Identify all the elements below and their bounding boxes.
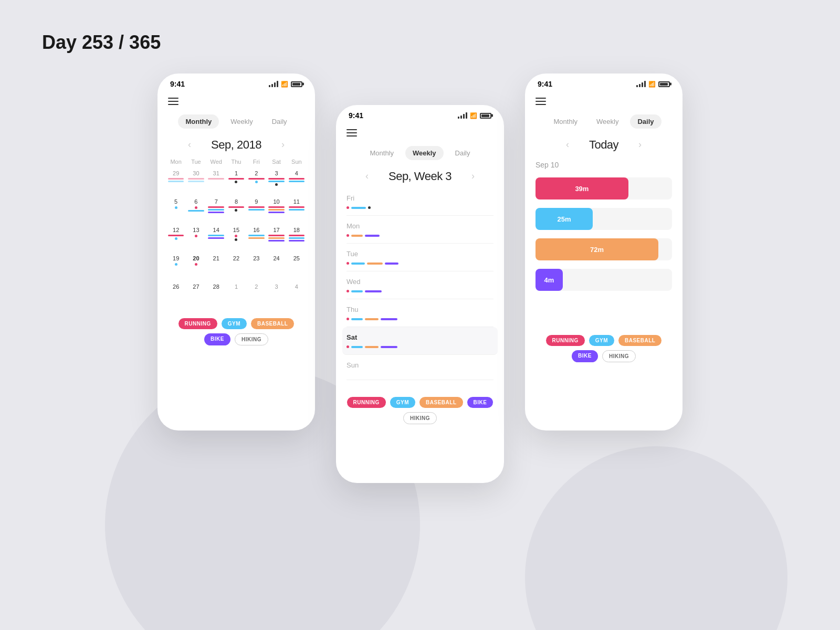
legend-hiking-right: HIKING bbox=[602, 350, 636, 362]
legend-baseball-left: BASEBALL bbox=[251, 318, 294, 329]
week-3: 12 13 14 bbox=[166, 226, 307, 253]
tab-bar-left: Monthly Weekly Daily bbox=[158, 110, 315, 133]
tab-weekly-right[interactable]: Weekly bbox=[589, 114, 626, 129]
cal-day-26[interactable]: 26 bbox=[166, 282, 186, 310]
cal-day-23[interactable]: 23 bbox=[246, 254, 266, 281]
day-headers: Mon Tue Wed Thu Fri Sat Sun bbox=[166, 156, 307, 167]
hamburger-left[interactable] bbox=[158, 92, 315, 110]
next-day-right[interactable]: › bbox=[634, 137, 646, 152]
tab-daily-right[interactable]: Daily bbox=[630, 114, 661, 129]
cal-day-21[interactable]: 21 bbox=[206, 254, 226, 281]
week-activity-fri bbox=[346, 206, 494, 209]
week-4: 19 20 21 bbox=[166, 254, 307, 281]
cal-day-7[interactable]: 7 bbox=[206, 197, 226, 225]
tab-weekly-left[interactable]: Weekly bbox=[223, 114, 260, 129]
page-title: Day 253 / 365 bbox=[42, 32, 161, 54]
tab-daily-center[interactable]: Daily bbox=[448, 146, 478, 160]
dh-tue: Tue bbox=[186, 156, 206, 167]
dh-thu: Thu bbox=[226, 156, 246, 167]
daily-bar-gym: 25m bbox=[536, 208, 672, 230]
next-month-left[interactable]: › bbox=[277, 137, 289, 152]
prev-week-center[interactable]: ‹ bbox=[361, 169, 373, 184]
tab-monthly-center[interactable]: Monthly bbox=[362, 146, 401, 160]
cal-day-25[interactable]: 25 bbox=[287, 254, 307, 281]
act-baseball-tue bbox=[367, 262, 383, 265]
dh-mon: Mon bbox=[166, 156, 186, 167]
legend-gym-right: GYM bbox=[589, 335, 614, 346]
hamburger-right[interactable] bbox=[525, 92, 682, 110]
cal-day-20[interactable]: 20 bbox=[186, 254, 206, 281]
cal-day-17[interactable]: 17 bbox=[266, 226, 286, 253]
cal-day-12[interactable]: 12 bbox=[166, 226, 186, 253]
cal-day-4b[interactable]: 4 bbox=[287, 282, 307, 310]
cal-day-11[interactable]: 11 bbox=[287, 197, 307, 225]
week-day-label-wed: Wed bbox=[346, 278, 494, 286]
week-activity-wed bbox=[346, 290, 494, 292]
status-bar-left: 9:41 📶 bbox=[158, 74, 315, 92]
week-day-label-fri: Fri bbox=[346, 194, 494, 202]
act-running-fri bbox=[346, 206, 349, 209]
cal-day-22[interactable]: 22 bbox=[226, 254, 246, 281]
act-gym-fri bbox=[351, 207, 366, 209]
cal-day-30[interactable]: 30 bbox=[186, 169, 206, 196]
legend-hiking-left: HIKING bbox=[235, 333, 268, 345]
battery-icon-right bbox=[658, 81, 670, 87]
legend-gym-left: GYM bbox=[222, 318, 247, 329]
week-day-label-tue: Tue bbox=[346, 250, 494, 258]
cal-day-1[interactable]: 1 bbox=[226, 169, 246, 196]
cal-day-6[interactable]: 6 bbox=[186, 197, 206, 225]
act-gym-tue bbox=[351, 262, 365, 265]
cal-day-8[interactable]: 8 bbox=[226, 197, 246, 225]
legend-running-right: RUNNING bbox=[546, 335, 585, 346]
cal-day-24[interactable]: 24 bbox=[266, 254, 286, 281]
phone-weekly: 9:41 📶 Monthly Weekly Daily ‹ Sep, Week … bbox=[336, 105, 504, 483]
week-activity-sat bbox=[346, 345, 494, 348]
dh-wed: Wed bbox=[206, 156, 226, 167]
cal-day-3b[interactable]: 3 bbox=[266, 282, 286, 310]
week-2: 5 6 7 bbox=[166, 197, 307, 225]
cal-day-10[interactable]: 10 bbox=[266, 197, 286, 225]
wifi-icon-left: 📶 bbox=[281, 81, 288, 88]
cal-day-2[interactable]: 2 bbox=[246, 169, 266, 196]
cal-day-2b[interactable]: 2 bbox=[246, 282, 266, 310]
legend-running-center: RUNNING bbox=[347, 397, 386, 408]
daily-bar-running: 39m bbox=[536, 177, 672, 200]
cal-day-9[interactable]: 9 bbox=[246, 197, 266, 225]
daily-bars-right: 39m 25m 72m 4m bbox=[525, 173, 682, 295]
legend-baseball-right: BASEBALL bbox=[618, 335, 662, 346]
hamburger-center[interactable] bbox=[336, 124, 504, 142]
cal-day-3[interactable]: 3 bbox=[266, 169, 286, 196]
tab-monthly-left[interactable]: Monthly bbox=[178, 114, 219, 129]
cal-day-27[interactable]: 27 bbox=[186, 282, 206, 310]
week-activity-thu bbox=[346, 318, 494, 320]
day-nav-right: ‹ Today › bbox=[525, 133, 682, 156]
cal-day-15[interactable]: 15 bbox=[226, 226, 246, 253]
tab-monthly-right[interactable]: Monthly bbox=[547, 114, 585, 129]
cal-day-13[interactable]: 13 bbox=[186, 226, 206, 253]
prev-day-right[interactable]: ‹ bbox=[562, 137, 573, 152]
cal-day-1b[interactable]: 1 bbox=[226, 282, 246, 310]
month-title-left: Sep, 2018 bbox=[211, 138, 261, 152]
cal-day-18[interactable]: 18 bbox=[287, 226, 307, 253]
dh-fri: Fri bbox=[246, 156, 266, 167]
legend-right: RUNNING GYM BASEBALL BIKE HIKING bbox=[525, 327, 682, 371]
prev-month-left[interactable]: ‹ bbox=[184, 137, 195, 152]
signal-icon-left bbox=[269, 81, 278, 87]
cal-day-29[interactable]: 29 bbox=[166, 169, 186, 196]
cal-day-19[interactable]: 19 bbox=[166, 254, 186, 281]
cal-day-14[interactable]: 14 bbox=[206, 226, 226, 253]
cal-day-4[interactable]: 4 bbox=[287, 169, 307, 196]
cal-day-16[interactable]: 16 bbox=[246, 226, 266, 253]
cal-day-5[interactable]: 5 bbox=[166, 197, 186, 225]
act-running-mon bbox=[346, 234, 349, 237]
tab-weekly-center[interactable]: Weekly bbox=[405, 146, 444, 160]
act-bike-mon bbox=[365, 235, 380, 237]
daily-date-right: Sep 10 bbox=[525, 156, 682, 173]
act-gym-sat bbox=[351, 346, 363, 348]
act-baseball-sat bbox=[365, 346, 379, 348]
cal-day-31[interactable]: 31 bbox=[206, 169, 226, 196]
cal-day-28[interactable]: 28 bbox=[206, 282, 226, 310]
tab-daily-left[interactable]: Daily bbox=[265, 114, 295, 129]
week-day-sun: Sun bbox=[346, 355, 494, 380]
next-week-center[interactable]: › bbox=[467, 169, 479, 184]
